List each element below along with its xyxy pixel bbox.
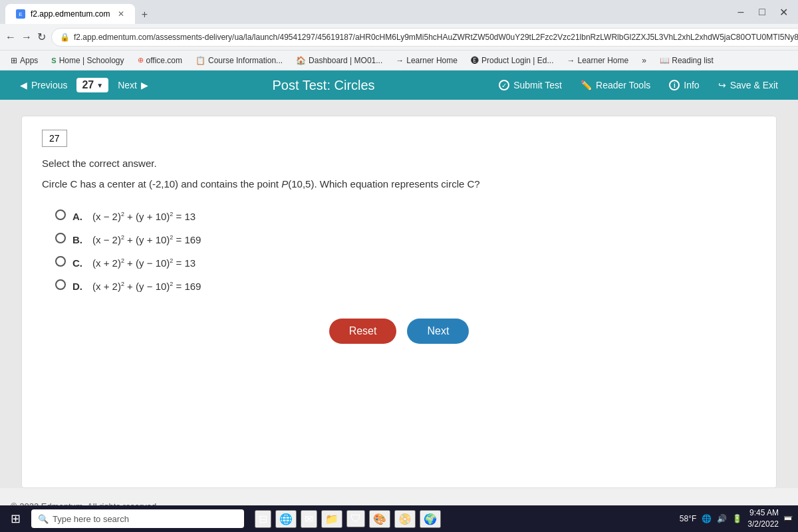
reset-button[interactable]: Reset	[329, 319, 397, 344]
option-a-label: A.	[72, 211, 86, 222]
address-bar[interactable]: 🔒 f2.app.edmentum.com/assessments-delive…	[51, 28, 798, 47]
learner2-icon: →	[567, 56, 575, 65]
forward-button[interactable]: →	[21, 28, 32, 47]
app-toolbar: ◀ Previous 27 ▼ Next ▶ Post Test: Circle…	[0, 70, 798, 100]
course-icon: 📋	[196, 56, 205, 65]
question-panel: 27 Select the correct answer. Circle C h…	[21, 116, 777, 488]
option-b-text: (x − 2)2 + (y + 10)2 = 169	[92, 234, 201, 245]
bookmark-learner2-label: Learner Home	[577, 56, 628, 65]
bookmarks-bar: ⊞ Apps S Home | Schoology ⊕ office.com 📋…	[0, 51, 798, 70]
question-text: Circle C has a center at (-2,10) and con…	[42, 177, 756, 192]
tab-favicon: E	[16, 9, 25, 19]
options-list: A. (x − 2)2 + (y + 10)2 = 13 B. (x − 2)2…	[55, 208, 756, 292]
bookmark-course[interactable]: 📋 Course Information...	[190, 55, 288, 66]
submit-test-button[interactable]: ✓ Submit Test	[489, 70, 571, 100]
bookmark-product-label: Product Login | Ed...	[481, 56, 554, 65]
previous-arrow-icon: ◀	[20, 80, 27, 90]
next-button[interactable]: Next	[407, 319, 469, 344]
reader-tools-button[interactable]: ✏️ Reader Tools	[571, 70, 660, 100]
address-bar-row: ← → ↻ 🔒 f2.app.edmentum.com/assessments-…	[0, 24, 798, 51]
info-label: Info	[684, 80, 699, 90]
option-d-radio[interactable]	[55, 279, 66, 290]
bookmark-product-login[interactable]: 🅔 Product Login | Ed...	[466, 55, 559, 66]
question-number-display[interactable]: 27 ▼	[76, 78, 108, 92]
next-toolbar-button[interactable]: Next ▶	[108, 70, 158, 100]
list-item: C. (x + 2)2 + (y − 10)2 = 13	[55, 255, 756, 269]
list-item: B. (x − 2)2 + (y + 10)2 = 169	[55, 231, 756, 245]
save-exit-label: Save & Exit	[730, 80, 778, 90]
next-arrow-icon: ▶	[141, 80, 148, 90]
bookmark-office[interactable]: ⊕ office.com	[132, 55, 188, 66]
option-c-radio[interactable]	[55, 256, 66, 267]
schoology-icon: S	[51, 57, 56, 65]
option-b-radio[interactable]	[55, 233, 66, 243]
back-button[interactable]: ←	[5, 28, 16, 47]
lock-icon: 🔒	[60, 33, 70, 42]
bookmark-course-label: Course Information...	[208, 56, 283, 65]
previous-label: Previous	[31, 80, 67, 90]
dashboard-icon: 🏠	[296, 56, 306, 65]
close-window-button[interactable]: ✕	[774, 3, 793, 21]
question-number-box: 27	[42, 130, 67, 147]
bookmark-learner-home[interactable]: → Learner Home	[390, 55, 463, 66]
option-a-text: (x − 2)2 + (y + 10)2 = 13	[92, 211, 196, 222]
active-browser-tab[interactable]: E f2.app.edmentum.com ✕	[5, 4, 135, 24]
bookmark-learner-home2[interactable]: → Learner Home	[561, 55, 634, 66]
apps-icon: ⊞	[11, 56, 17, 65]
bookmark-apps[interactable]: ⊞ Apps	[5, 55, 43, 66]
save-exit-icon: ↪	[718, 80, 726, 90]
option-d-text: (x + 2)2 + (y − 10)2 = 169	[92, 281, 201, 292]
bookmark-more[interactable]: »	[636, 55, 652, 66]
bookmark-dashboard[interactable]: 🏠 Dashboard | MO01...	[291, 55, 388, 66]
option-d-label: D.	[72, 281, 86, 292]
submit-check-icon: ✓	[499, 80, 509, 90]
action-buttons: Reset Next	[42, 319, 756, 344]
bookmark-apps-label: Apps	[20, 56, 38, 65]
option-c-label: C.	[72, 257, 86, 269]
reading-list-button[interactable]: 📖 Reading list	[654, 55, 719, 66]
office-icon: ⊕	[138, 56, 144, 65]
option-b-label: B.	[72, 234, 86, 245]
bookmark-dashboard-label: Dashboard | MO01...	[309, 56, 382, 65]
question-num-value: 27	[82, 79, 94, 91]
previous-button[interactable]: ◀ Previous	[11, 70, 76, 100]
refresh-button[interactable]: ↻	[37, 28, 46, 47]
save-exit-button[interactable]: ↪ Save & Exit	[709, 70, 787, 100]
bookmark-office-label: office.com	[146, 56, 182, 65]
list-item: A. (x − 2)2 + (y + 10)2 = 13	[55, 208, 756, 222]
bookmark-schoology-label: Home | Schoology	[59, 56, 124, 65]
toolbar-right: ✓ Submit Test ✏️ Reader Tools i Info ↪ S…	[489, 70, 787, 100]
learner-icon: →	[396, 56, 404, 65]
option-c-text: (x + 2)2 + (y − 10)2 = 13	[92, 257, 196, 269]
submit-test-label: Submit Test	[513, 80, 562, 90]
maximize-button[interactable]: □	[753, 3, 771, 21]
address-text: f2.app.edmentum.com/assessments-delivery…	[74, 33, 798, 42]
question-number: 27	[49, 133, 60, 144]
test-title: Post Test: Circles	[158, 78, 489, 93]
info-button[interactable]: i Info	[660, 70, 708, 100]
tab-title: f2.app.edmentum.com	[31, 9, 110, 19]
next-toolbar-label: Next	[118, 80, 137, 90]
reader-tools-label: Reader Tools	[596, 80, 650, 90]
footer: © 2022 Edmentum. All rights reserved.	[0, 496, 798, 505]
option-a-radio[interactable]	[55, 209, 66, 220]
product-icon: 🅔	[471, 56, 479, 65]
new-tab-button[interactable]: +	[135, 5, 154, 24]
info-icon: i	[669, 80, 680, 90]
minimize-button[interactable]: –	[732, 3, 750, 21]
reader-tools-icon: ✏️	[581, 80, 592, 90]
tab-close-icon[interactable]: ✕	[118, 9, 124, 19]
question-num-chevron: ▼	[96, 82, 103, 89]
list-item: D. (x + 2)2 + (y − 10)2 = 169	[55, 278, 756, 292]
bookmark-schoology[interactable]: S Home | Schoology	[46, 55, 129, 66]
bookmark-learner-label: Learner Home	[406, 56, 458, 65]
question-instruction: Select the correct answer.	[42, 158, 756, 169]
